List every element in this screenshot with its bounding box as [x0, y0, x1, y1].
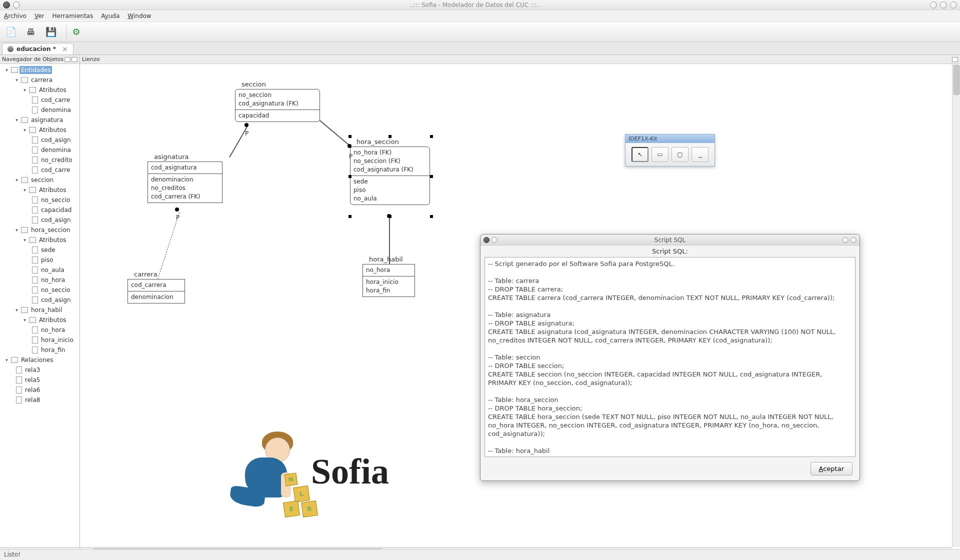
tree-node-seccion[interactable]: seccion: [30, 176, 55, 184]
tree-node[interactable]: cod_carre: [40, 96, 72, 104]
entity-icon: [21, 77, 28, 83]
tree-node-atributos[interactable]: Atributos: [38, 186, 68, 194]
palette-title[interactable]: IDEF1X-Kit: [626, 134, 714, 143]
folder-icon: [29, 127, 36, 133]
attribute-icon: [32, 156, 38, 164]
tree-node[interactable]: cod_asign: [40, 216, 72, 224]
tab-close-button[interactable]: ×: [62, 45, 68, 53]
selection-handle[interactable]: [388, 135, 392, 138]
entity-carrera[interactable]: carrera cod_carrera denominacion: [128, 279, 185, 304]
menu-ver[interactable]: Ver: [34, 12, 44, 20]
palette-relation-button[interactable]: ⎯: [692, 147, 708, 162]
expander-icon[interactable]: ▾: [22, 188, 28, 193]
tree-node[interactable]: hora_inicio: [40, 336, 75, 344]
tree-node[interactable]: cod_carre: [40, 166, 72, 174]
menu-herramientas[interactable]: Herramientas: [52, 12, 93, 20]
tree-node-atributos[interactable]: Atributos: [38, 236, 68, 244]
expander-icon[interactable]: ▾: [22, 88, 28, 93]
expander-icon[interactable]: ▾: [14, 178, 20, 183]
entity-asignatura[interactable]: asignatura cod_asignatura denominacion n…: [148, 162, 222, 203]
tree-node[interactable]: rela8: [24, 396, 42, 404]
tree-node[interactable]: rela6: [24, 386, 42, 394]
expander-icon[interactable]: ▾: [4, 358, 10, 363]
tree-node-atributos[interactable]: Atributos: [38, 126, 68, 134]
object-tree[interactable]: ▾Entidades ▾carrera ▾Atributos cod_carre…: [0, 64, 80, 547]
folder-icon: [29, 187, 36, 193]
entity-hora-seccion[interactable]: hora_seccion no_hora (FK) no_seccion (FK…: [350, 146, 430, 205]
print-button[interactable]: 🖶: [24, 25, 38, 39]
tree-node[interactable]: cod_asign: [40, 136, 72, 144]
folder-icon: [29, 317, 36, 323]
dialog-titlebar[interactable]: Script SQL: [480, 234, 860, 246]
expander-icon[interactable]: ▾: [22, 128, 28, 133]
dialog-close-button[interactable]: [850, 237, 856, 243]
selection-handle[interactable]: [430, 175, 433, 178]
accept-button[interactable]: Aceptar: [810, 462, 852, 476]
window-menu-icon[interactable]: [3, 2, 10, 8]
entity-attr: capacidad: [238, 112, 316, 120]
tree-node-hora-habil[interactable]: hora_habil: [30, 306, 64, 314]
expander-icon[interactable]: ▾: [22, 238, 28, 243]
idef1x-palette[interactable]: IDEF1X-Kit ↖ ▭ ▢ ⎯: [625, 134, 715, 166]
menu-ayuda[interactable]: Ayuda: [101, 12, 120, 20]
entity-icon: [21, 307, 28, 313]
er-canvas[interactable]: seccion no_seccion cod_asignatura (FK) c…: [80, 64, 960, 555]
pane-restore-icon[interactable]: [952, 57, 958, 62]
tree-node-atributos[interactable]: Atributos: [38, 316, 68, 324]
menu-archivo[interactable]: Archivo: [4, 12, 26, 20]
maximize-button[interactable]: [940, 2, 947, 8]
tree-node-asignatura[interactable]: asignatura: [30, 116, 64, 124]
menu-window[interactable]: Window: [128, 12, 151, 20]
tab-educacion[interactable]: educacion * ×: [2, 43, 74, 54]
dialog-rollup-button[interactable]: [842, 237, 848, 243]
save-button[interactable]: 💾: [44, 25, 58, 39]
tree-node-atributos[interactable]: Atributos: [38, 86, 68, 94]
minimize-button[interactable]: [930, 2, 937, 8]
tree-node[interactable]: sede: [40, 246, 57, 254]
tree-node[interactable]: hora_fin: [40, 346, 66, 354]
dialog-menu-icon[interactable]: [484, 237, 490, 243]
tree-node[interactable]: no_aula: [40, 266, 66, 274]
tree-node[interactable]: rela3: [24, 366, 42, 374]
expander-icon[interactable]: ▾: [14, 228, 20, 233]
tree-node[interactable]: rela5: [24, 376, 42, 384]
sql-output-textarea[interactable]: -- Script generado por el Software Sofia…: [484, 257, 856, 457]
canvas-vscrollbar[interactable]: [952, 64, 960, 547]
new-file-button[interactable]: 📄: [4, 25, 18, 39]
tree-node[interactable]: no_credito: [40, 156, 74, 164]
tree-node[interactable]: cod_asign: [40, 296, 72, 304]
selection-handle[interactable]: [348, 135, 352, 138]
palette-pointer-button[interactable]: ↖: [632, 147, 648, 162]
pane-restore-icon[interactable]: [64, 57, 70, 62]
relation-endpoint: [387, 214, 391, 218]
selection-handle[interactable]: [348, 175, 352, 178]
expander-icon[interactable]: ▾: [14, 308, 20, 313]
tree-node[interactable]: denomina: [40, 106, 72, 114]
tree-node-entidades[interactable]: Entidades: [20, 66, 52, 74]
tree-node[interactable]: no_hora: [40, 276, 66, 284]
expander-icon[interactable]: ▾: [22, 318, 28, 323]
expander-icon[interactable]: ▾: [14, 118, 20, 123]
expander-icon[interactable]: ▾: [4, 68, 10, 73]
selection-handle[interactable]: [430, 135, 433, 138]
pane-close-icon[interactable]: [72, 57, 78, 62]
tree-node[interactable]: no_seccio: [40, 196, 72, 204]
palette-dependent-entity-button[interactable]: ▢: [672, 147, 688, 162]
tree-node-carrera[interactable]: carrera: [30, 76, 54, 84]
entity-hora-habil[interactable]: hora_habil no_hora hora_inicio hora_fin: [362, 264, 415, 297]
tree-node[interactable]: denomina: [40, 146, 72, 154]
expander-icon[interactable]: ▾: [14, 78, 20, 83]
entity-seccion[interactable]: seccion no_seccion cod_asignatura (FK) c…: [235, 89, 320, 122]
selection-handle[interactable]: [430, 215, 433, 218]
tree-node[interactable]: no_seccio: [40, 286, 72, 294]
tree-node[interactable]: capacidad: [40, 206, 73, 214]
scrollbar-thumb[interactable]: [954, 65, 960, 95]
palette-entity-button[interactable]: ▭: [652, 147, 668, 162]
tree-node[interactable]: piso: [40, 256, 55, 264]
close-button[interactable]: [950, 2, 957, 8]
tree-node-relaciones[interactable]: Relaciones: [20, 356, 54, 364]
tree-node-hora-seccion[interactable]: hora_seccion: [30, 226, 72, 234]
tree-node[interactable]: no_hora: [40, 326, 66, 334]
generate-sql-button[interactable]: ⚙: [66, 25, 80, 39]
selection-handle[interactable]: [348, 215, 352, 218]
